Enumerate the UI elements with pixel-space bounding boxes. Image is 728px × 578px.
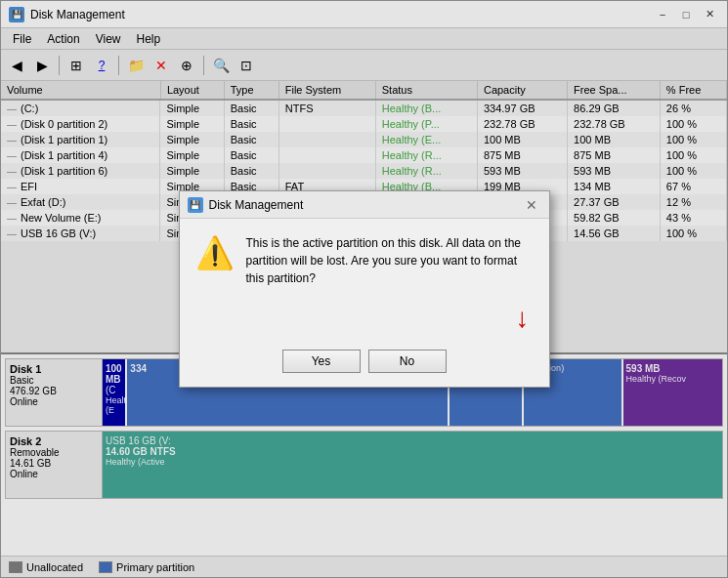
dialog-buttons: Yes No [180,342,549,387]
modal-overlay: 💾 Disk Management ✕ ⚠️ This is the activ… [0,0,728,578]
no-button[interactable]: No [368,350,447,373]
yes-button[interactable]: Yes [282,350,361,373]
dialog-body: ⚠️ This is the active partition on this … [180,219,549,303]
dialog-close-button[interactable]: ✕ [522,195,541,215]
dialog-message: This is the active partition on this dis… [246,234,534,287]
dialog-icon: 💾 [188,197,203,213]
warning-icon: ⚠️ [195,234,235,287]
format-dialog: 💾 Disk Management ✕ ⚠️ This is the activ… [179,190,550,388]
dialog-arrow: ↓ [180,303,549,342]
dialog-title-bar: 💾 Disk Management ✕ [180,191,549,219]
dialog-title-text: Disk Management [209,198,522,212]
